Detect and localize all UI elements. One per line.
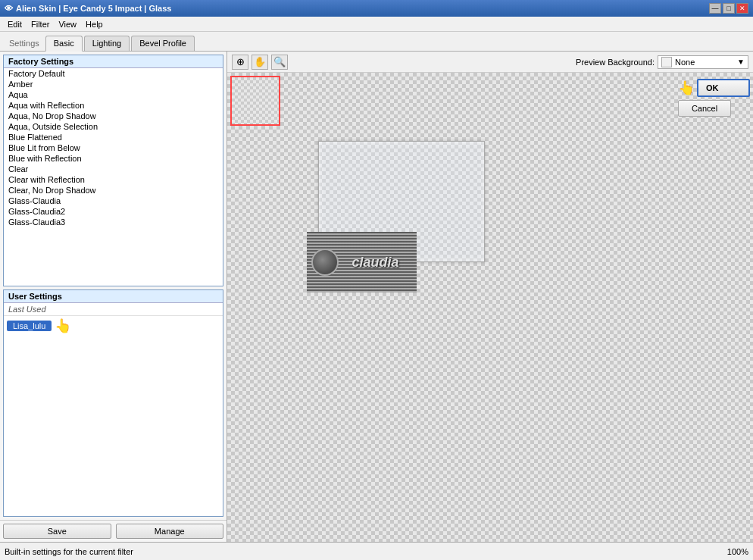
title-bar: 👁 Alien Skin | Eye Candy 5 Impact | Glas…	[0, 0, 753, 17]
list-item[interactable]: Glass-Claudia3	[4, 217, 223, 227]
app-icon: 👁	[5, 4, 13, 13]
menu-edit[interactable]: Edit	[3, 18, 27, 30]
user-settings-item-lisa-lulu[interactable]: Lisa_lulu	[7, 321, 52, 331]
cancel-button[interactable]: Cancel	[678, 100, 731, 117]
save-button[interactable]: Save	[3, 524, 111, 539]
factory-settings-header: Factory Settings	[4, 55, 223, 68]
list-item[interactable]: Aqua, No Drop Shadow	[4, 111, 223, 121]
zoom-level: 100%	[727, 547, 748, 556]
user-settings-subheader: Last Used	[4, 303, 223, 316]
tab-lighting[interactable]: Lighting	[84, 36, 130, 51]
list-item[interactable]: Aqua	[4, 89, 223, 100]
thumbnail-checkerboard	[232, 77, 279, 124]
claudia-text: claudia	[352, 255, 398, 271]
settings-label: Settings	[3, 36, 45, 51]
user-settings-section: User Settings Last Used Lisa_lulu 👆	[3, 289, 223, 517]
left-panel: Factory Settings Factory Default Amber A…	[0, 52, 227, 542]
list-item[interactable]: Glass-Claudia	[4, 196, 223, 206]
claudia-watermark-image: claudia	[307, 232, 417, 293]
zoom-tool-button[interactable]: 🔍	[271, 55, 288, 70]
title-text: 👁 Alien Skin | Eye Candy 5 Impact | Glas…	[5, 4, 171, 13]
preview-bg-value: None	[675, 58, 695, 67]
tab-bar: Settings Basic Lighting Bevel Profile	[0, 32, 753, 52]
list-item[interactable]: Clear with Reflection	[4, 174, 223, 185]
list-item[interactable]: Blue Lit from Below	[4, 142, 223, 153]
checkerboard-background	[227, 73, 753, 542]
preview-toolbar: ⊕ ✋ 🔍 Preview Background: None ▼	[227, 52, 753, 73]
tab-basic[interactable]: Basic	[45, 36, 83, 52]
gold-hand-icon: 👆	[55, 318, 71, 334]
menu-view[interactable]: View	[54, 18, 81, 30]
menu-help[interactable]: Help	[81, 18, 108, 30]
list-item[interactable]: Aqua with Reflection	[4, 100, 223, 111]
preview-background-select[interactable]: None ▼	[658, 55, 748, 69]
hand-tool-button[interactable]: ✋	[252, 55, 268, 70]
close-button[interactable]: ✕	[736, 3, 748, 14]
preview-background-label: Preview Background:	[576, 58, 655, 67]
ok-hand-icon: 👆	[678, 80, 695, 96]
list-item[interactable]: Blue with Reflection	[4, 153, 223, 164]
user-settings-header: User Settings	[4, 290, 223, 303]
dropdown-arrow-icon: ▼	[737, 58, 745, 66]
preview-area: 👆 OK Cancel ⊕ ✋ 🔍 Preview Background: No…	[227, 52, 753, 542]
user-item-row: Lisa_lulu 👆	[4, 316, 223, 336]
list-item[interactable]: Clear	[4, 164, 223, 174]
factory-settings-list[interactable]: Factory Default Amber Aqua Aqua with Ref…	[4, 68, 223, 286]
manage-button[interactable]: Manage	[116, 524, 224, 539]
list-item[interactable]: Amber	[4, 79, 223, 89]
tab-bevel-profile[interactable]: Bevel Profile	[131, 36, 195, 51]
maximize-button[interactable]: □	[723, 3, 735, 14]
ok-cancel-group: 👆 OK Cancel	[678, 79, 750, 117]
list-item[interactable]: Aqua, Outside Selection	[4, 121, 223, 132]
minimize-button[interactable]: —	[709, 3, 721, 14]
claudia-globe-icon	[311, 249, 339, 276]
bg-color-swatch	[661, 57, 672, 67]
status-bar: Built-in settings for the current filter…	[0, 542, 753, 560]
list-item[interactable]: Factory Default	[4, 68, 223, 79]
thumbnail-preview	[230, 76, 280, 126]
window-title: Alien Skin | Eye Candy 5 Impact | Glass	[16, 4, 171, 13]
ok-button[interactable]: OK	[697, 79, 750, 97]
main-layout: Factory Settings Factory Default Amber A…	[0, 52, 753, 542]
factory-settings-section: Factory Settings Factory Default Amber A…	[3, 55, 223, 286]
list-item[interactable]: Clear, No Drop Shadow	[4, 185, 223, 196]
move-tool-button[interactable]: ⊕	[232, 55, 248, 70]
list-item[interactable]: Blue Flattened	[4, 132, 223, 142]
preview-content: claudia	[227, 73, 753, 542]
menu-bar: Edit Filter View Help	[0, 17, 753, 32]
bottom-buttons: Save Manage	[0, 520, 227, 542]
title-controls: — □ ✕	[709, 3, 748, 14]
list-item[interactable]: Glass-Claudia2	[4, 206, 223, 217]
status-message: Built-in settings for the current filter	[5, 547, 133, 556]
menu-filter[interactable]: Filter	[27, 18, 54, 30]
